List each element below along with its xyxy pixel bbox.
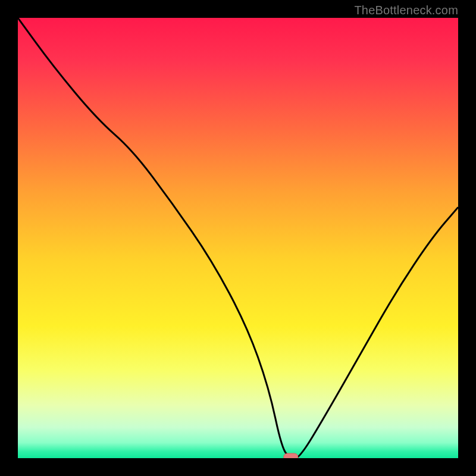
attribution-label: TheBottleneck.com xyxy=(354,4,458,17)
chart-svg xyxy=(18,18,458,458)
plot-area xyxy=(18,18,458,458)
gradient-background xyxy=(18,18,458,458)
chart-frame: TheBottleneck.com xyxy=(0,0,476,476)
optimal-marker xyxy=(284,453,298,458)
